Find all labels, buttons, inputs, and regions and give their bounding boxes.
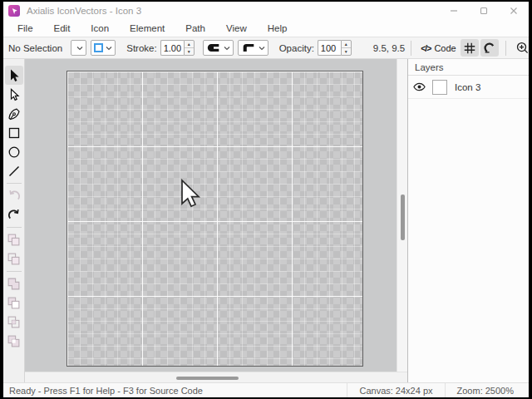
fill-color-swatch bbox=[94, 43, 103, 52]
code-button[interactable]: </> Code bbox=[418, 39, 458, 57]
toolbar-separator bbox=[505, 41, 506, 56]
opacity-label: Opacity: bbox=[279, 43, 314, 53]
statusbar: Ready - Press F1 for Help - F3 for Sourc… bbox=[3, 382, 529, 397]
screen-frame: Axialis IconVectors - Icon 3 File Edit I… bbox=[0, 0, 532, 399]
selection-status: No Selection bbox=[8, 43, 62, 53]
line-join-icon bbox=[241, 42, 256, 53]
stroke-decrement-button[interactable]: ▼ bbox=[185, 47, 194, 55]
minimize-button[interactable] bbox=[439, 2, 469, 20]
vertical-scrollbar[interactable] bbox=[397, 59, 407, 372]
redo-button[interactable] bbox=[5, 205, 23, 224]
window-title: Axialis IconVectors - Icon 3 bbox=[27, 6, 141, 16]
workspace bbox=[25, 59, 407, 382]
code-button-label: Code bbox=[434, 43, 456, 53]
menu-help[interactable]: Help bbox=[261, 22, 294, 35]
visibility-eye-icon[interactable] bbox=[413, 82, 426, 91]
minimize-icon bbox=[450, 7, 458, 15]
stroke-input[interactable] bbox=[160, 40, 184, 56]
main-area: Layers Icon 3 bbox=[3, 59, 529, 382]
line-tool-button[interactable] bbox=[5, 161, 23, 180]
close-icon bbox=[510, 7, 518, 15]
rectangle-tool-button[interactable] bbox=[5, 123, 23, 142]
pixel-grid-overlay bbox=[67, 71, 362, 366]
line-cap-icon bbox=[206, 42, 221, 53]
zoom-in-button[interactable] bbox=[513, 39, 532, 57]
zoom-in-icon bbox=[515, 41, 530, 55]
duplicate-button bbox=[5, 230, 23, 249]
horizontal-scrollbar[interactable] bbox=[25, 372, 407, 382]
selection-preset-dropdown[interactable] bbox=[71, 40, 86, 56]
pen-tool-icon bbox=[7, 106, 22, 121]
tool-palette bbox=[3, 59, 25, 382]
menu-file[interactable]: File bbox=[11, 22, 40, 35]
redo-icon bbox=[7, 208, 22, 223]
menu-edit[interactable]: Edit bbox=[47, 22, 77, 35]
select-tool-button[interactable] bbox=[5, 66, 23, 85]
ellipse-tool-icon bbox=[7, 145, 22, 160]
app-window: Axialis IconVectors - Icon 3 File Edit I… bbox=[3, 2, 529, 397]
line-cap-dropdown[interactable] bbox=[203, 40, 234, 56]
fill-color-dropdown[interactable] bbox=[91, 40, 116, 56]
statusbar-right: Canvas: 24x24 px Zoom: 2500% bbox=[347, 383, 529, 397]
menu-path[interactable]: Path bbox=[179, 22, 212, 35]
status-message: Ready - Press F1 for Help - F3 for Sourc… bbox=[3, 386, 203, 396]
rectangle-tool-icon bbox=[7, 126, 22, 140]
menu-icon[interactable]: Icon bbox=[84, 22, 116, 35]
exclude-icon bbox=[7, 334, 21, 348]
canvas-size-status: Canvas: 24x24 px bbox=[347, 383, 444, 397]
layer-thumbnail bbox=[432, 80, 447, 95]
intersect-icon bbox=[7, 315, 21, 329]
direct-select-tool-icon bbox=[7, 87, 22, 102]
layer-name: Icon 3 bbox=[455, 82, 480, 92]
undo-icon bbox=[7, 189, 22, 204]
maximize-icon bbox=[480, 7, 488, 15]
opacity-input[interactable] bbox=[318, 40, 341, 56]
vertical-scrollbar-thumb[interactable] bbox=[401, 195, 405, 240]
close-button[interactable] bbox=[499, 2, 529, 20]
ellipse-tool-button[interactable] bbox=[5, 142, 23, 161]
pointer-coordinates: 9.5, 9.5 bbox=[373, 43, 405, 53]
intersect-button bbox=[5, 313, 23, 332]
layer-row[interactable]: Icon 3 bbox=[408, 76, 529, 99]
horizontal-scrollbar-thumb[interactable] bbox=[176, 377, 239, 380]
exclude-button bbox=[5, 332, 23, 351]
opacity-spin-buttons: ▲ ▼ bbox=[341, 40, 352, 56]
subtract-icon bbox=[7, 296, 21, 310]
mouse-cursor-icon bbox=[180, 179, 201, 212]
line-join-dropdown[interactable] bbox=[238, 40, 268, 56]
snap-toggle-button[interactable] bbox=[480, 39, 499, 57]
opacity-increment-button[interactable]: ▲ bbox=[342, 41, 351, 47]
opacity-decrement-button[interactable]: ▼ bbox=[342, 47, 351, 55]
stroke-label: Stroke: bbox=[126, 43, 156, 53]
code-icon: </> bbox=[421, 43, 431, 53]
stroke-increment-button[interactable]: ▲ bbox=[185, 41, 194, 47]
opacity-spinner: ▲ ▼ bbox=[318, 40, 352, 56]
canvas[interactable] bbox=[66, 71, 363, 367]
grid-toggle-button[interactable] bbox=[461, 39, 479, 57]
subtract-button bbox=[5, 293, 23, 313]
chevron-down-icon bbox=[106, 46, 112, 51]
clone-button bbox=[5, 249, 23, 268]
toolbar-separator bbox=[411, 41, 411, 56]
toolbar: No Selection Stroke: ▲ ▼ Opacity: bbox=[3, 37, 529, 59]
chevron-down-icon bbox=[259, 46, 265, 51]
menu-element[interactable]: Element bbox=[123, 22, 171, 35]
line-tool-icon bbox=[7, 164, 22, 179]
direct-select-tool-button[interactable] bbox=[5, 85, 23, 104]
palette-separator bbox=[7, 183, 22, 184]
layers-panel-title: Layers bbox=[408, 59, 529, 76]
chevron-down-icon bbox=[224, 46, 230, 51]
union-button bbox=[5, 274, 23, 293]
maximize-button[interactable] bbox=[469, 2, 499, 20]
union-icon bbox=[7, 277, 21, 291]
select-tool-icon bbox=[7, 68, 22, 83]
stroke-spin-buttons: ▲ ▼ bbox=[184, 40, 195, 56]
menu-view[interactable]: View bbox=[219, 22, 254, 35]
pen-tool-button[interactable] bbox=[5, 104, 23, 123]
snap-icon bbox=[483, 42, 496, 55]
duplicate-icon bbox=[7, 233, 21, 247]
window-controls bbox=[439, 2, 529, 20]
undo-button bbox=[5, 186, 23, 205]
toolbar-right-cluster: </> Code bbox=[405, 39, 532, 57]
menubar: File Edit Icon Element Path View Help bbox=[3, 20, 529, 37]
